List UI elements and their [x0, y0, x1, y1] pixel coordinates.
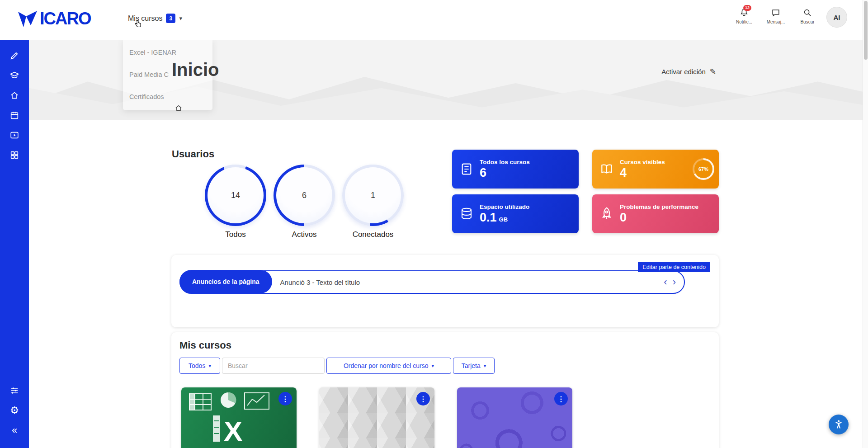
course-card-2[interactable]: ⋮	[319, 387, 434, 448]
scrollbar-thumb[interactable]	[864, 1, 868, 60]
gauge-value: 6	[276, 167, 332, 223]
top-bar: ICARO Mis cursos 3 ▾ 12 Notific... Mensa…	[0, 0, 868, 40]
gauge-activos: 6 Activos	[270, 165, 339, 239]
nav-mis-cursos-label: Mis cursos	[128, 14, 162, 23]
accessibility-icon	[833, 419, 844, 430]
media-icon	[9, 130, 19, 140]
users-section-title: Usuarios	[172, 148, 214, 160]
gauge-ring: 6	[274, 165, 335, 226]
user-gauges: 14 Todos 6 Activos 1 Conectados	[201, 165, 407, 239]
gear-icon: ⚙	[10, 406, 19, 415]
messages-label: Mensaj...	[767, 19, 785, 24]
report-icon	[459, 162, 474, 176]
course-search-input[interactable]	[222, 358, 325, 374]
dropdown-item-course[interactable]: Certificados	[123, 86, 212, 108]
notifications-button[interactable]: 12 Notific...	[731, 6, 757, 24]
activate-editing-label: Activar edición	[661, 68, 706, 75]
announcement-text: Anunció 3 - Texto del título	[280, 278, 664, 286]
sidebar-item-settings[interactable]: ⚙	[5, 401, 24, 420]
announcements-bar: Anuncios de la página Anunció 3 - Texto …	[179, 270, 685, 294]
announcement-nav: ‹ ›	[664, 277, 676, 287]
sidebar-item-calendar[interactable]	[5, 106, 24, 124]
pencil-icon: ✎	[710, 67, 716, 76]
collapse-icon: «	[12, 425, 17, 435]
stat-value: 0.1	[480, 211, 497, 225]
my-courses-card: Mis cursos Todos ▾ Ordenar por nombre de…	[171, 332, 719, 448]
notifications-label: Notific...	[736, 19, 752, 24]
gauge-label: Todos	[225, 230, 245, 239]
course-menu-button[interactable]: ⋮	[278, 392, 292, 406]
avatar[interactable]: AI	[826, 7, 847, 28]
sidebar-item-content-bank[interactable]	[5, 126, 24, 144]
stat-value: 4	[620, 166, 665, 180]
course-menu-button[interactable]: ⋮	[554, 392, 568, 406]
grid-icon	[9, 150, 19, 160]
stat-title: Todos los cursos	[480, 159, 530, 166]
logo-mark-icon	[17, 10, 38, 28]
course-menu-button[interactable]: ⋮	[416, 392, 430, 406]
stat-cards: Todos los cursos 6 Cursos visibles 4 67%…	[452, 150, 719, 233]
stat-unit: GB	[499, 216, 508, 223]
stat-card-performance[interactable]: Problemas de performance 0	[592, 194, 719, 233]
home-icon	[9, 90, 19, 100]
stat-title: Espacio utilizado	[480, 203, 529, 211]
activate-editing-button[interactable]: Activar edición ✎	[661, 67, 716, 76]
logo-text: ICARO	[40, 9, 90, 28]
stat-card-storage[interactable]: Espacio utilizado 0.1 GB	[452, 194, 579, 233]
course-category-filter[interactable]: Todos ▾	[179, 358, 220, 374]
breadcrumb-home-icon[interactable]	[175, 104, 183, 112]
stat-card-all-courses[interactable]: Todos los cursos 6	[452, 150, 579, 189]
announcements-card: Editar parte de contenido Anuncios de la…	[171, 255, 719, 327]
gauge-value: 14	[208, 167, 264, 223]
my-courses-title: Mis cursos	[179, 340, 231, 351]
prev-announcement-button[interactable]: ‹	[664, 277, 667, 287]
rocket-icon	[599, 207, 614, 221]
stat-card-visible-courses[interactable]: Cursos visibles 4 67%	[592, 150, 719, 189]
sidebar-item-home[interactable]	[5, 86, 24, 104]
course-card-excel[interactable]: X ⋮	[181, 387, 297, 448]
notification-count-badge: 12	[743, 5, 751, 11]
gauge-ring: 14	[205, 165, 266, 226]
icaro-logo[interactable]: ICARO	[17, 9, 90, 28]
gauge-label: Activos	[292, 230, 317, 239]
course-list: X ⋮ ⋮ ⋮	[181, 387, 572, 448]
sidebar-item-edit[interactable]	[5, 47, 24, 65]
topbar-actions: 12 Notific... Mensaj... Buscar AI	[731, 6, 847, 28]
stat-value: 0	[620, 211, 698, 225]
chevron-down-icon: ▾	[484, 363, 486, 369]
accessibility-button[interactable]	[829, 415, 849, 434]
gauge-ring: 1	[342, 165, 404, 226]
course-sort-filter[interactable]: Ordenar por nombre del curso ▾	[326, 358, 451, 374]
mouse-cursor	[134, 20, 142, 28]
sidebar-item-blocks[interactable]	[5, 146, 24, 164]
chat-icon	[771, 8, 781, 18]
next-announcement-button[interactable]: ›	[673, 277, 676, 287]
gauge-value: 1	[345, 167, 401, 223]
search-button[interactable]: Buscar	[795, 6, 820, 24]
gauge-conectados: 1 Conectados	[339, 165, 407, 239]
stat-title: Problemas de performance	[620, 203, 698, 211]
stat-value: 6	[480, 166, 530, 180]
sidebar-item-admin[interactable]	[5, 382, 24, 400]
course-view-filter[interactable]: Tarjeta ▾	[453, 358, 495, 374]
chevron-down-icon: ▾	[179, 15, 182, 22]
sidebar-item-courses[interactable]	[5, 66, 24, 85]
announcements-tab[interactable]: Anuncios de la página	[179, 270, 272, 293]
gauge-todos: 14 Todos	[201, 165, 270, 239]
database-icon	[459, 207, 474, 221]
sidebar-bottom: ⚙ «	[0, 382, 29, 441]
page-title: Inicio	[172, 60, 219, 80]
chevron-down-icon: ▾	[208, 363, 211, 369]
edit-content-part-label[interactable]: Editar parte de contenido	[638, 262, 710, 272]
page-scrollbar	[863, 0, 868, 448]
gauge-label: Conectados	[353, 230, 394, 239]
chevron-down-icon: ▾	[432, 363, 434, 369]
open-book-icon	[599, 162, 614, 176]
pencil-icon	[9, 51, 19, 61]
sliders-icon	[9, 386, 19, 396]
stat-title: Cursos visibles	[620, 159, 665, 166]
messages-button[interactable]: Mensaj...	[763, 6, 788, 24]
course-card-3[interactable]: ⋮	[457, 387, 572, 448]
nav-mis-cursos-badge: 3	[166, 14, 175, 23]
sidebar-collapse-button[interactable]: «	[5, 421, 24, 439]
